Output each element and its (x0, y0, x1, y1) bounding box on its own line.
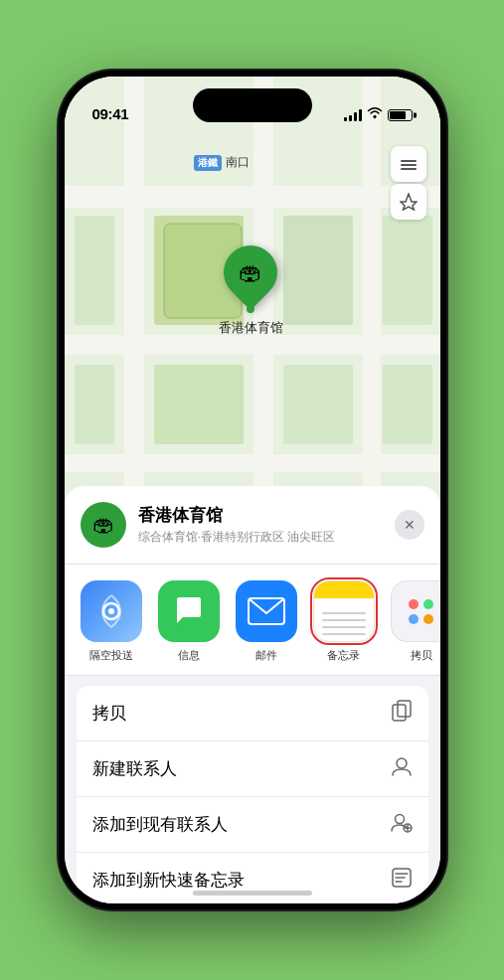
notes-line-3 (322, 626, 366, 628)
signal-bar-4 (359, 109, 362, 121)
signal-bar-2 (349, 115, 352, 121)
menu-add-contact-text: 添加到现有联系人 (92, 813, 228, 836)
venue-map-label: 香港体育馆 (219, 319, 283, 337)
airdrop-label: 隔空投送 (89, 648, 133, 663)
share-item-more[interactable]: 拷贝 (391, 580, 440, 663)
menu-section: 拷贝 新建联系人 (77, 686, 428, 903)
share-item-airdrop[interactable]: 隔空投送 (81, 580, 142, 663)
map-buttons (391, 146, 426, 220)
messages-icon-wrap (158, 580, 220, 642)
svg-point-21 (108, 608, 114, 614)
svg-point-27 (395, 815, 404, 824)
svg-rect-2 (65, 335, 440, 355)
marker-dot (247, 305, 254, 313)
station-name: 南口 (226, 154, 250, 171)
menu-item-add-contact[interactable]: 添加到现有联系人 (77, 797, 428, 853)
share-item-mail[interactable]: 邮件 (236, 580, 297, 663)
close-button[interactable]: ✕ (395, 510, 424, 540)
svg-rect-13 (283, 365, 353, 444)
share-item-messages[interactable]: 信息 (158, 580, 220, 663)
add-contact-icon (391, 811, 413, 838)
dynamic-island (193, 88, 312, 122)
wifi-icon (367, 107, 383, 122)
svg-rect-4 (124, 77, 144, 534)
station-badge: 港鐵 (194, 155, 222, 171)
svg-rect-18 (401, 164, 417, 166)
menu-item-copy[interactable]: 拷贝 (77, 686, 428, 741)
share-item-notes[interactable]: 备忘录 (313, 580, 375, 663)
signal-bars (344, 109, 362, 121)
quick-note-icon (391, 867, 413, 894)
signal-bar-1 (344, 117, 347, 121)
svg-rect-24 (393, 705, 406, 721)
marker-inner: 🏟 (239, 258, 262, 286)
status-time: 09:41 (92, 105, 129, 122)
menu-item-quick-note[interactable]: 添加到新快速备忘录 (77, 853, 428, 903)
new-contact-icon (391, 755, 413, 782)
venue-info: 香港体育馆 综合体育馆·香港特别行政区 油尖旺区 (138, 504, 383, 546)
more-icon-wrap (391, 580, 440, 642)
notes-line-1 (322, 612, 366, 614)
bottom-sheet: 🏟 香港体育馆 综合体育馆·香港特别行政区 油尖旺区 ✕ (65, 486, 440, 903)
menu-copy-text: 拷贝 (92, 702, 126, 725)
map-location-button[interactable] (391, 184, 426, 220)
mail-label: 邮件 (255, 648, 277, 663)
more-label: 拷贝 (411, 648, 432, 663)
airdrop-icon (81, 580, 142, 642)
marker-pin: 🏟 (213, 235, 288, 310)
venue-card-icon: 🏟 (81, 502, 126, 548)
venue-title: 香港体育馆 (138, 504, 383, 527)
venue-subtitle: 综合体育馆·香港特别行政区 油尖旺区 (138, 529, 383, 546)
svg-rect-12 (154, 365, 244, 444)
map-layers-button[interactable] (391, 146, 426, 182)
map-area: 港鐵 南口 (65, 77, 440, 534)
venue-card: 🏟 香港体育馆 综合体育馆·香港特别行政区 油尖旺区 ✕ (65, 486, 440, 565)
copy-icon (391, 700, 413, 727)
notes-line-2 (322, 619, 366, 621)
venue-marker[interactable]: 🏟 香港体育馆 (219, 245, 283, 337)
home-indicator (193, 891, 312, 896)
svg-rect-23 (398, 701, 411, 717)
svg-rect-7 (75, 216, 114, 325)
signal-bar-3 (354, 112, 357, 121)
notes-label: 备忘录 (327, 648, 360, 663)
phone-frame: 09:41 (59, 71, 446, 909)
svg-rect-19 (401, 168, 417, 170)
station-label: 港鐵 南口 (194, 154, 250, 171)
menu-container: 拷贝 新建联系人 (65, 686, 440, 903)
svg-rect-3 (65, 454, 440, 472)
svg-rect-9 (283, 216, 353, 325)
notes-line-4 (322, 633, 366, 635)
menu-new-contact-text: 新建联系人 (92, 757, 177, 780)
battery-fill (390, 111, 407, 119)
svg-point-25 (397, 758, 407, 768)
notes-icon-wrap (313, 580, 375, 642)
battery-icon (388, 109, 413, 121)
mail-icon-wrap (236, 580, 297, 642)
svg-rect-17 (401, 160, 417, 162)
svg-rect-1 (65, 186, 440, 208)
svg-rect-14 (383, 365, 432, 444)
messages-label: 信息 (178, 648, 200, 663)
menu-quick-note-text: 添加到新快速备忘录 (92, 869, 245, 892)
share-row: 隔空投送 信息 (65, 565, 440, 676)
status-icons (344, 107, 413, 122)
svg-rect-11 (75, 365, 114, 444)
notes-lines (322, 612, 366, 635)
menu-item-new-contact[interactable]: 新建联系人 (77, 741, 428, 797)
svg-rect-10 (383, 216, 432, 325)
svg-rect-6 (363, 77, 381, 534)
phone-screen: 09:41 (65, 77, 440, 903)
